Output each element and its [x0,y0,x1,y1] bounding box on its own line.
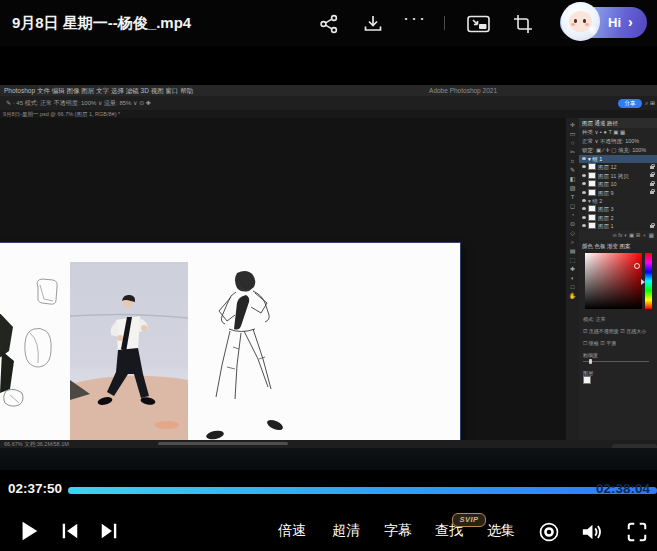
group-arrow-icon: ▾ [588,198,591,204]
layer-thumbnail [588,172,596,179]
layer-row: 图层 10 [579,180,657,188]
layers-panel-tabs: 图层 通道 路径 [579,118,657,128]
mascot-avatar [561,2,600,41]
danmaku-settings-button[interactable] [538,521,560,547]
total-time: 02:38:04 [596,481,650,496]
group-arrow-icon: ▾ [588,156,591,162]
chevron-right-icon: › [628,7,633,37]
video-area[interactable]: Photoshop 文件 编辑 图像 图层 文字 选择 滤镜 3D 视图 窗口 … [0,85,657,470]
ps-brush-options: ✎ · 45 模式: 正常 不透明度: 100% ∨ 流量: 85% ∨ ⊙ ✚ [6,96,151,110]
lock-icon [650,191,654,194]
eye-icon [582,224,586,227]
brush-smooth-row: ☐ 喷枪 ☑ 平滑 [579,338,657,348]
ps-menu-items: Photoshop 文件 编辑 图像 图层 文字 选择 滤镜 3D 视图 窗口 … [4,85,193,96]
progress-fill[interactable] [68,487,657,494]
layer-row: 图层 3 [579,205,657,213]
ps-canvas [0,243,460,464]
ps-menubar: Photoshop 文件 编辑 图像 图层 文字 选择 滤镜 3D 视图 窗口 … [0,85,657,96]
layer-row: 图层 12 [579,163,657,171]
layer-row: 图层 2 [579,214,657,222]
eye-icon [582,216,586,219]
episodes-button[interactable]: 选集 [487,510,515,551]
layer-row: 图层 9 [579,189,657,197]
previous-button[interactable] [60,521,80,545]
ps-toolbox: ✛ ▭ ○ ✂ ⌗ ✎ ◧ ▨ T ◻ ◔ ⊙ ◇ ⌕ ▤ ⬚ ✚ ◐ □ ✋ [566,118,579,440]
video-player-app: 9月8日 星期一--杨俊_.mp4 ··· [0,0,657,551]
blend-mode-row: 正常 ∨ 不透明度: 100% [579,137,657,146]
play-button[interactable] [18,520,40,546]
layer-thumbnail [588,214,596,221]
head-sketches [25,279,57,367]
ps-status-bar: 66.67% 文档:36.2M/58.1M [0,440,657,448]
layer-name: 组 2 [592,198,602,204]
picture-in-picture-icon[interactable] [466,13,492,35]
eye-icon [582,165,586,168]
fullscreen-button[interactable] [626,521,648,547]
quality-button[interactable]: 超清 [332,510,360,551]
ps-options-bar: ✎ · 45 模式: 正常 不透明度: 100% ∨ 流量: 85% ∨ ⊙ ✚… [0,96,657,110]
ps-panels: 图层 通道 路径 种类 ∨ ▪ ● T ▣ ▦ 正常 ∨ 不透明度: 100% … [579,118,657,440]
lock-icon [650,183,654,186]
volume-button[interactable] [580,521,604,547]
layer-thumbnail [588,180,596,187]
current-time: 02:37:50 [8,481,62,496]
partial-figure [0,311,23,406]
download-icon[interactable] [362,13,384,35]
layer-name: 图层 9 [598,190,614,196]
layer-thumbnail [588,189,596,196]
reference-photo [70,262,188,440]
photo-watermark [155,421,179,429]
ps-app-title: Adobe Photoshop 2021 [429,85,497,96]
subtitles-button[interactable]: 字幕 [384,510,412,551]
layer-row: 图层 11 拷贝 [579,172,657,180]
layer-name: 图层 11 拷贝 [598,173,629,179]
layers-bottom-icons: ∞ fx ◐ ▣ ⊞ ＋ ▦ [579,231,657,240]
slider-knob [589,359,592,364]
layer-name: 图层 1 [598,223,614,229]
layer-thumbnail [588,205,596,212]
layer-row: ▾ 组 1 [579,155,657,163]
color-panel-tabs: 颜色 色板 渐变 图案 [579,242,657,251]
layers-list: ▾ 组 1 图层 12 图层 11 拷贝 图层 10 图层 9 ▾ 组 2 图层… [579,155,657,231]
layer-color-chip [583,376,591,384]
control-bar: 倍速 超清 字幕 查找 SVIP 选集 [0,510,657,551]
lock-icon [650,166,654,169]
lineart-figure [203,267,295,449]
ps-share-button: 分享 [618,99,642,108]
brush-pressure-row: ☑ 压感不透明度 ☑ 压感大小 [579,326,657,336]
lock-icon [650,225,654,228]
lock-icon [650,174,654,177]
crop-icon[interactable] [512,13,534,35]
lock-row: 锁定: ▣ ∕ ✛ ▢ 填充: 100% [579,146,657,155]
eye-icon [582,157,586,160]
layer-name: 图层 10 [598,181,617,187]
saturation-square [585,253,642,309]
ps-search-icon: ⌕ ⊞ [645,96,655,110]
svip-badge: SVIP [452,513,486,527]
video-title: 9月8日 星期一--杨俊_.mp4 [12,0,191,46]
hue-strip [645,253,652,309]
toolbar-divider [444,16,445,30]
layer-row: ▾ 组 2 [579,197,657,205]
ps-workspace [0,118,566,440]
top-bar: 9月8日 星期一--杨俊_.mp4 ··· [0,0,657,46]
next-button[interactable] [99,521,119,545]
account-pill[interactable]: Hi › [560,7,647,38]
speed-button[interactable]: 倍速 [278,510,306,551]
hi-label: Hi [608,7,621,38]
eye-icon [582,199,586,202]
brush-mode-row: 模式: 正常 [579,314,657,324]
canvas-scrollbar [158,442,288,445]
ps-document-tab: 9月8日-星期一.psd @ 66.7% (图层 1, RGB/8#) * [0,110,657,118]
layer-filter-row: 种类 ∨ ▪ ● T ▣ ▦ [579,128,657,137]
share-icon[interactable] [318,13,340,35]
more-icon[interactable]: ··· [403,8,427,29]
video-bottom-fill [0,448,657,470]
layer-thumbnail [588,163,596,170]
eye-icon [582,207,586,210]
layer-name: 组 1 [592,156,602,162]
progress-track[interactable] [68,487,657,494]
photo-figure [70,262,188,440]
layer-name: 图层 2 [598,215,614,221]
eye-icon [582,191,586,194]
